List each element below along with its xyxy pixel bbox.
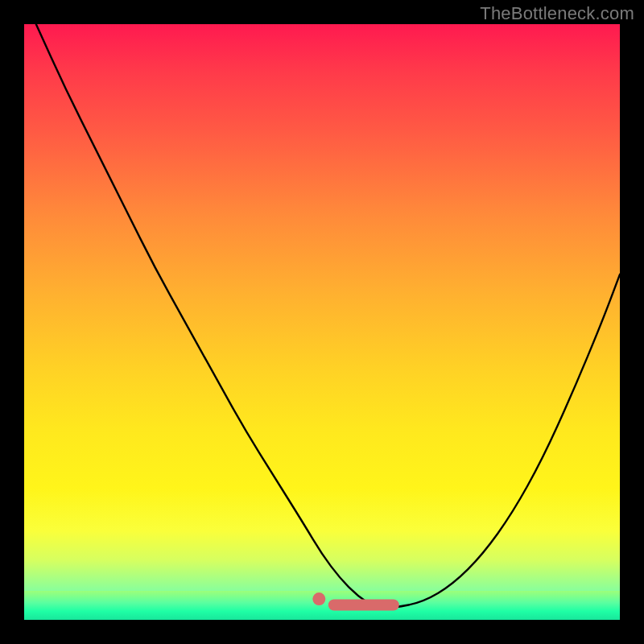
- chart-frame: TheBottleneck.com: [0, 0, 644, 644]
- watermark-text: TheBottleneck.com: [480, 3, 634, 24]
- bottleneck-curve: [36, 24, 620, 608]
- plot-area: [24, 24, 620, 620]
- dot-left-marker: [312, 592, 325, 605]
- curve-svg: [24, 24, 620, 620]
